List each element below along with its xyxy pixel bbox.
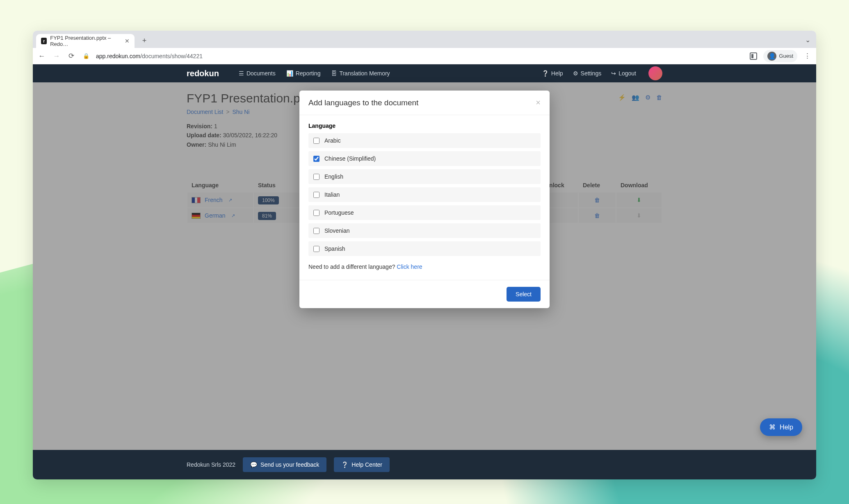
nav-help[interactable]: ❔ Help [542,70,563,77]
favicon-icon: r [41,38,47,44]
back-button[interactable]: ← [37,51,47,61]
panel-icon[interactable] [749,51,758,61]
help-bubble[interactable]: ⌘ Help [760,418,802,436]
language-option[interactable]: Slovenian [308,223,541,238]
nav-logout[interactable]: ↪ Logout [611,70,636,77]
nav-translation-memory[interactable]: 🗄 Translation Memory [331,70,390,77]
language-checkbox[interactable] [313,192,320,198]
app-footer: Redokun Srls 2022 💬 Send us your feedbac… [33,450,816,479]
profile-chip[interactable]: 👤 Guest [763,50,797,62]
tab-title: FYP1 Presentation.pptx – Redo… [50,35,121,47]
feedback-button[interactable]: 💬 Send us your feedback [243,457,326,472]
modal-hint-link[interactable]: Click here [397,263,422,270]
forward-button[interactable]: → [52,51,62,61]
language-option-label: Chinese (Simplified) [324,155,376,162]
select-button[interactable]: Select [507,287,541,302]
language-checkbox[interactable] [313,174,320,180]
user-avatar[interactable] [648,66,662,80]
reload-button[interactable]: ⟳ [66,51,76,61]
language-option-label: Arabic [324,137,341,144]
language-checkbox[interactable] [313,210,320,216]
browser-window: r FYP1 Presentation.pptx – Redo… ✕ + ⌄ ←… [33,31,816,479]
language-checkbox[interactable] [313,138,320,144]
nav-documents[interactable]: ☰ Documents [239,70,276,77]
language-checkbox[interactable] [313,156,320,162]
language-option[interactable]: Arabic [308,133,541,148]
address-bar[interactable]: app.redokun.com/documents/show/44221 [96,53,203,59]
app-viewport: ⚡ 👥 ⚙ 🗑 FYP1 Presentation.pptx Document … [33,82,816,450]
modal-title: Add languages to the document [308,98,418,107]
language-option[interactable]: Spanish [308,241,541,256]
language-option[interactable]: Italian [308,187,541,202]
browser-toolbar: ← → ⟳ 🔒 app.redokun.com/documents/show/4… [33,48,816,64]
help-center-button[interactable]: ❔ Help Center [334,457,390,472]
language-checkbox[interactable] [313,228,320,234]
nav-settings[interactable]: ⚙ Settings [573,70,602,77]
lifebuoy-icon: ⌘ [769,423,776,431]
new-tab-button[interactable]: + [139,35,150,46]
tabs-overflow-icon[interactable]: ⌄ [805,36,810,44]
tab-close-icon[interactable]: ✕ [125,38,130,44]
nav-reporting[interactable]: 📊 Reporting [286,70,321,77]
app-navbar: redokun ☰ Documents 📊 Reporting 🗄 Transl… [33,64,816,82]
language-option-label: Slovenian [324,227,350,234]
language-option-label: English [324,173,343,180]
language-option[interactable]: English [308,169,541,184]
modal-hint: Need to add a different language? Click … [308,263,541,270]
footer-copyright: Redokun Srls 2022 [187,461,235,468]
language-option[interactable]: Chinese (Simplified) [308,151,541,166]
browser-tab[interactable]: r FYP1 Presentation.pptx – Redo… ✕ [36,34,135,48]
language-option-label: Portuguese [324,209,354,216]
modal-section-label: Language [308,123,541,129]
language-checkbox[interactable] [313,246,320,252]
language-option-label: Spanish [324,245,345,252]
profile-avatar-icon: 👤 [767,52,776,61]
lock-icon: 🔒 [81,51,91,61]
modal-close-icon[interactable]: × [536,98,541,107]
brand-logo[interactable]: redokun [187,69,219,78]
language-option-label: Italian [324,191,340,198]
browser-tabstrip: r FYP1 Presentation.pptx – Redo… ✕ + ⌄ [33,31,816,48]
add-languages-modal: Add languages to the document × Language… [299,91,550,308]
browser-menu-icon[interactable]: ⋮ [802,51,812,61]
primary-nav: ☰ Documents 📊 Reporting 🗄 Translation Me… [239,70,390,77]
language-option[interactable]: Portuguese [308,205,541,220]
